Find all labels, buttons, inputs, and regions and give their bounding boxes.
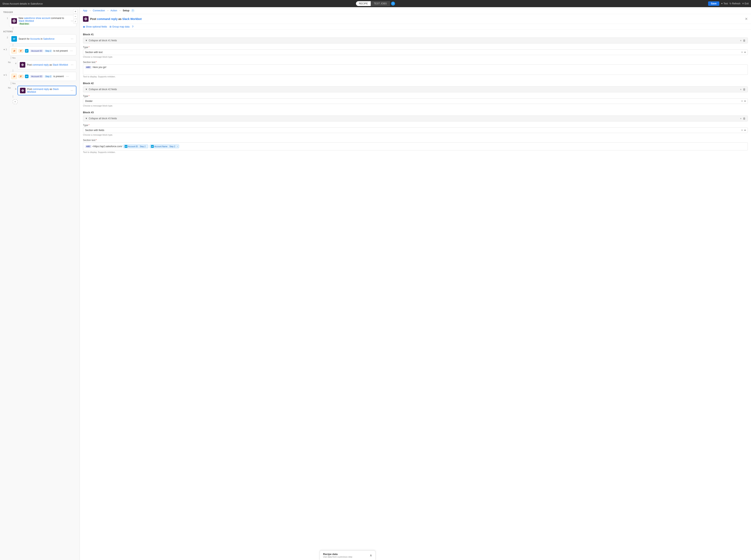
exit-icon: ✕	[742, 2, 744, 5]
block-2-collapse[interactable]: ▼ Collapse all block #2 fields + 🗑	[83, 86, 748, 92]
cond-field-5: Account ID	[30, 75, 43, 78]
save-button[interactable]: Save	[708, 1, 719, 6]
step-5-wrapper: ▼ 5 ⇄ IF SF Account ID Step 2 is present…	[3, 72, 76, 81]
no-indicator-4: No	[8, 60, 11, 64]
step-3-condition: Account ID Step 2 is not present	[30, 49, 68, 52]
block-1-type-field: Type* Section with text ✕ ▾ Choose a mes…	[83, 46, 748, 58]
block-3-text-label: Section text*	[83, 139, 748, 142]
setup-help-button[interactable]: ?	[131, 9, 135, 12]
step-5-card[interactable]: ⇄ IF SF Account ID Step 2 is present ···	[9, 72, 76, 81]
collapse-actions-2: + 🗑	[740, 88, 746, 91]
collapse-del-1[interactable]: 🗑	[743, 39, 746, 42]
collapse-label-3: Collapse all block #3 fields	[89, 117, 117, 120]
step-5-condition: Account ID Step 2 is present	[30, 75, 64, 78]
step-1-text: New salesforce show account command to S…	[19, 17, 68, 25]
step-2-menu[interactable]: ···	[70, 37, 74, 41]
step-6-row: 6 Post command reply as Slack Workbot ··…	[12, 86, 76, 95]
pill-account-name-label: Account Name	[154, 145, 167, 147]
block-2-type-value: Divider	[85, 100, 93, 102]
block-1-type-select[interactable]: Section with text ✕ ▾	[83, 49, 748, 55]
step-3-menu[interactable]: ···	[69, 49, 74, 53]
dropdown-icon-1[interactable]: ▾	[745, 51, 746, 54]
clear-btn-2[interactable]: ✕	[741, 100, 743, 102]
step-2-wrapper: 2 SF Search for Accounts in Salesforce ·…	[3, 34, 76, 43]
setup-title: Post command reply as Slack Workbot	[90, 17, 142, 21]
pill-sf-icon-1: SF	[125, 145, 127, 148]
step-4-card[interactable]: Post command reply as Slack Workbot ···	[18, 60, 76, 69]
exit-button[interactable]: ✕ Exit	[742, 2, 749, 5]
step-6-num: 6	[12, 86, 16, 90]
step-5-icon: ⇄	[12, 74, 17, 79]
step-3-num: ▼ 3	[3, 46, 8, 51]
yes-branch-3: Yes	[9, 56, 16, 60]
info-btn[interactable]: ?	[391, 2, 395, 5]
group-map-link[interactable]: ⊞ Group map data	[109, 25, 129, 28]
zoom-in-button[interactable]: +	[73, 9, 78, 14]
block-3-section: Block #3 ▼ Collapse all block #3 fields …	[83, 111, 748, 153]
step-5-row: ▼ 5 ⇄ IF SF Account ID Step 2 is present…	[3, 72, 76, 81]
block-3-text-area[interactable]: ABC <https://ap2.salesforce.com/ SF Acco…	[83, 142, 748, 151]
block-1-type-value: Section with text	[85, 51, 102, 54]
zoom-fit-button[interactable]: ⤢	[73, 19, 78, 23]
collapse-del-3[interactable]: 🗑	[743, 117, 746, 120]
block-1-text-area[interactable]: ABC Here you go!	[83, 64, 748, 75]
add-step-button[interactable]: +	[13, 99, 18, 104]
step-3-wrapper: ▼ 3 ⇄ IF SF Account ID Step 2 is not pre…	[3, 46, 76, 56]
collapse-add-2[interactable]: +	[740, 88, 742, 91]
step-5-menu[interactable]: ···	[65, 74, 69, 79]
pill-account-id-step: Step 2	[139, 145, 146, 148]
refresh-icon: ↻	[729, 2, 731, 5]
block-2-type-field: Type* Divider ✕ ▾ Choose a message block…	[83, 95, 748, 107]
toolbar-help-button[interactable]: ?	[132, 25, 134, 28]
collapse-chevron-2: ▼	[85, 88, 87, 91]
collapse-label-2: Collapse all block #2 fields	[89, 88, 117, 91]
show-optional-link[interactable]: ◉ Show optional fields	[83, 25, 107, 28]
collapse-actions-1: + 🗑	[740, 39, 746, 42]
step-3-card[interactable]: ⇄ IF SF Account ID Step 2 is not present…	[9, 46, 76, 56]
select-controls-1: ✕ ▾	[741, 51, 746, 54]
refresh-button[interactable]: ↻ Refresh	[729, 2, 740, 5]
nav-connection[interactable]: Connection	[93, 9, 105, 12]
zoom-out-button[interactable]: −	[73, 14, 78, 19]
block-1-collapse[interactable]: ▼ Collapse all block #1 fields + 🗑	[83, 38, 748, 43]
step-4-area: No 4 Post command reply as Slack Workbot…	[3, 60, 76, 69]
block-3-collapse[interactable]: ▼ Collapse all block #3 fields + 🗑	[83, 116, 748, 121]
block-1-section: Block #1 ▼ Collapse all block #1 fields …	[83, 33, 748, 78]
no-indicator-6: No	[8, 86, 11, 90]
block-1-text-hint: Text to display. Supports mrkdwn.	[83, 75, 748, 78]
setup-toolbar: ◉ Show optional fields ⊞ Group map data …	[80, 24, 751, 30]
dropdown-icon-2[interactable]: ▾	[745, 100, 746, 102]
step-6-card[interactable]: Post command reply as Slack Workbot ···	[18, 86, 76, 95]
step-2-card[interactable]: SF Search for Accounts in Salesforce ···	[9, 34, 76, 43]
step-4-menu[interactable]: ···	[70, 63, 74, 67]
app-title: Show Account details in Salesforce	[2, 2, 43, 5]
recipe-tab[interactable]: RECIPE	[356, 1, 371, 6]
step-1-card[interactable]: New salesforce show account command to S…	[9, 15, 76, 27]
collapse-add-1[interactable]: +	[740, 39, 742, 42]
zoom-controls: + − ⤢	[73, 9, 78, 23]
collapse-del-2[interactable]: 🗑	[743, 88, 746, 91]
collapse-add-3[interactable]: +	[740, 117, 742, 120]
clear-btn-1[interactable]: ✕	[741, 51, 743, 54]
step-1-row: 1 New salesforce show account command to…	[3, 15, 76, 27]
dropdown-icon-3[interactable]: ▾	[745, 129, 746, 132]
block-3-type-select[interactable]: Section with fields ✕ ▾	[83, 127, 748, 133]
step-6-menu[interactable]: ···	[70, 88, 74, 93]
step-6-area: No 6 Post command reply as Slack Workbot…	[3, 86, 76, 95]
pill-account-id-label: Account ID	[128, 145, 138, 147]
block-2-type-select[interactable]: Divider ✕ ▾	[83, 98, 748, 104]
abc-badge-1: ABC	[85, 66, 92, 68]
account-id-pill: SF Account ID Step 2	[123, 145, 148, 148]
setup-slack-icon	[83, 16, 88, 22]
nav-app[interactable]: App	[83, 9, 87, 12]
setup-close-button[interactable]: ✕	[745, 17, 748, 21]
step-6-icon	[20, 88, 25, 93]
block-3-type-field: Type* Section with fields ✕ ▾ Choose a m…	[83, 124, 748, 136]
yes-label-5: Yes	[12, 82, 16, 84]
clear-btn-3[interactable]: ✕	[741, 129, 743, 132]
test-button[interactable]: ✦ Test	[721, 2, 728, 5]
test-jobs-tab[interactable]: TEST JOBS	[371, 1, 390, 6]
nav-action[interactable]: Action	[110, 9, 117, 12]
block-1-type-hint: Choose a message block type.	[83, 56, 748, 58]
connector-2	[13, 44, 13, 46]
